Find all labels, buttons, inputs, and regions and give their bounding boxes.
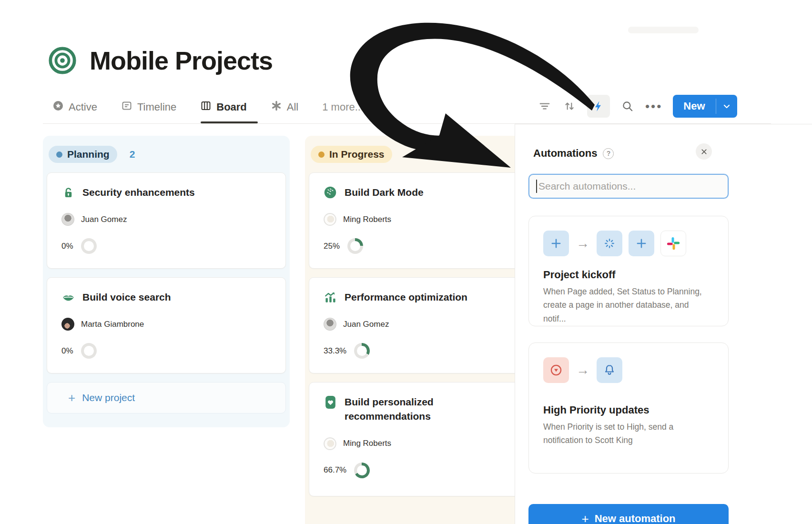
timeline-icon xyxy=(121,100,132,114)
tabs-more-button[interactable]: 1 more... xyxy=(322,101,364,113)
automation-bolt-icon xyxy=(592,100,605,112)
column-planning-header: Planning 2 xyxy=(49,146,135,163)
board-columns-icon xyxy=(200,100,212,114)
new-button-label: New xyxy=(673,95,715,118)
lips-icon xyxy=(61,291,75,304)
automation-description: When Priority is set to High, send a not… xyxy=(543,420,714,447)
assignee-name: Juan Gomez xyxy=(81,215,127,224)
new-button[interactable]: New xyxy=(673,95,737,118)
search-icon[interactable] xyxy=(620,99,635,113)
avatar-ming-roberts xyxy=(324,213,336,226)
search-placeholder: Search automations... xyxy=(538,181,636,192)
mobile-projects-page: Mobile Projects Active Timeline xyxy=(0,0,812,524)
plus-icon: + xyxy=(68,392,75,404)
tab-timeline[interactable]: Timeline xyxy=(121,100,176,114)
page-header: Mobile Projects xyxy=(48,46,273,75)
column-in-progress-header: In Progress xyxy=(311,146,392,163)
close-icon xyxy=(700,148,708,156)
new-automation-button[interactable]: + New automation xyxy=(528,504,729,524)
avatar-juan-gomez xyxy=(324,318,336,331)
plus-icon xyxy=(543,231,569,256)
assignee-name: Marta Giambrone xyxy=(81,320,144,329)
automations-panel: Automations ? Search automations... → xyxy=(515,124,812,524)
faded-ui-artifact xyxy=(628,27,699,33)
arrow-right-icon: → xyxy=(575,236,590,251)
close-panel-button[interactable] xyxy=(696,143,712,160)
priority-high-icon xyxy=(543,357,569,383)
card-title: Security enhancements xyxy=(82,185,195,200)
search-automations-input[interactable]: Search automations... xyxy=(528,174,729,199)
progress-ring xyxy=(354,343,370,359)
text-cursor xyxy=(536,180,537,193)
progress-ring xyxy=(354,463,370,478)
lock-icon xyxy=(61,186,75,199)
new-automation-label: New automation xyxy=(595,513,676,524)
automation-title: Project kickoff xyxy=(543,269,714,281)
target-icon[interactable] xyxy=(48,46,77,75)
tab-all[interactable]: All xyxy=(271,100,298,114)
column-name: Planning xyxy=(67,149,110,160)
slack-icon xyxy=(660,231,686,256)
card-title: Build voice search xyxy=(82,290,171,304)
automation-title: High Priority updates xyxy=(543,404,714,416)
avatar-ming-roberts xyxy=(324,437,336,450)
arrow-right-icon: → xyxy=(575,363,590,378)
asterisk-icon xyxy=(271,100,282,114)
automation-card-project-kickoff[interactable]: → Project kic xyxy=(528,216,729,326)
card-title: Performance optimization xyxy=(345,290,467,304)
progress-label: 25% xyxy=(324,242,340,251)
progress-ring xyxy=(81,238,97,254)
assignee-name: Juan Gomez xyxy=(343,320,389,329)
status-dot xyxy=(318,151,325,158)
card-title: Build personalized recommendations xyxy=(345,395,464,424)
help-icon[interactable]: ? xyxy=(603,148,614,159)
panel-title: Automations xyxy=(533,147,597,160)
progress-label: 0% xyxy=(61,346,73,356)
chart-up-icon xyxy=(324,291,337,304)
progress-label: 33.3% xyxy=(324,346,346,356)
tab-active[interactable]: Active xyxy=(52,100,97,114)
progress-label: 66.7% xyxy=(324,465,346,475)
project-card-security[interactable]: Security enhancements Juan Gomez 0% xyxy=(47,172,286,269)
star-circle-icon xyxy=(52,100,64,114)
sphere-icon xyxy=(324,186,337,199)
automation-bolt-button[interactable] xyxy=(587,95,610,118)
assignee-name: Ming Roberts xyxy=(343,439,391,448)
project-card-voice-search[interactable]: Build voice search Marta Giambrone 0% xyxy=(47,277,286,373)
avatar-juan-gomez xyxy=(61,213,74,226)
filter-icon[interactable] xyxy=(538,99,552,113)
bell-icon xyxy=(597,357,622,383)
chevron-down-icon[interactable] xyxy=(716,95,737,118)
tab-label: All xyxy=(287,101,298,113)
automation-card-high-priority[interactable]: → High Priority updates When Priority is… xyxy=(528,343,729,474)
automation-description: When Page added, Set Status to Planning,… xyxy=(543,285,714,325)
tab-label: Timeline xyxy=(137,101,176,113)
new-project-label: New project xyxy=(82,392,135,403)
assignee-name: Ming Roberts xyxy=(343,215,391,224)
in-progress-status-pill[interactable]: In Progress xyxy=(311,146,392,163)
tab-label: Active xyxy=(69,101,97,113)
card-title: Build Dark Mode xyxy=(345,185,424,200)
status-spinner-icon xyxy=(597,231,622,256)
column-count: 2 xyxy=(130,149,135,160)
status-dot xyxy=(56,151,62,158)
plus-icon xyxy=(629,231,654,256)
progress-ring xyxy=(81,343,97,359)
more-ellipsis-icon[interactable]: ••• xyxy=(645,104,662,109)
sort-icon[interactable] xyxy=(562,99,577,113)
progress-label: 0% xyxy=(61,242,73,251)
plus-icon: + xyxy=(581,512,589,524)
planning-status-pill[interactable]: Planning xyxy=(49,146,117,163)
tab-label: Board xyxy=(216,101,247,113)
heart-badge-icon xyxy=(324,395,337,409)
new-project-button[interactable]: + New project xyxy=(47,382,286,413)
progress-ring xyxy=(347,238,363,254)
view-tabs: Active Timeline Board xyxy=(52,96,364,118)
column-name: In Progress xyxy=(329,149,385,160)
tab-board[interactable]: Board xyxy=(200,100,247,114)
view-toolbar: ••• New xyxy=(538,94,737,118)
page-title: Mobile Projects xyxy=(90,46,273,75)
avatar-marta-giambrone xyxy=(61,318,74,331)
